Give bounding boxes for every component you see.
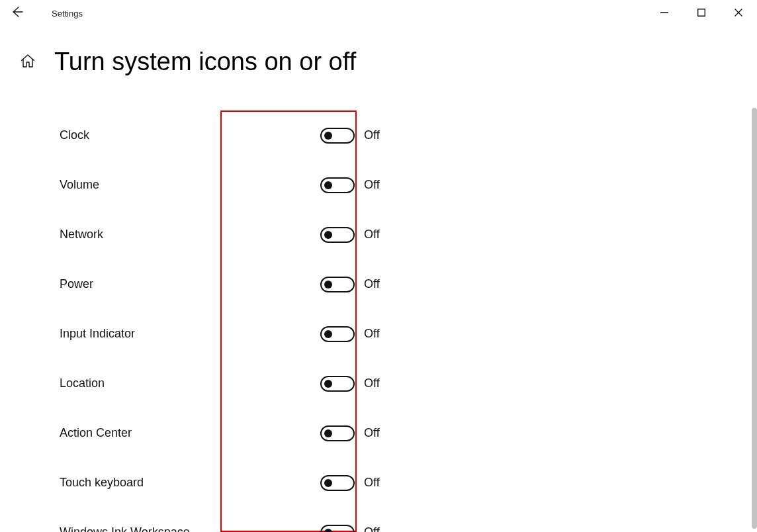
toggle-switch-power[interactable] [320, 277, 355, 292]
toggle-state: Off [364, 476, 380, 490]
toggle-switch-windows-ink-workspace[interactable] [320, 525, 355, 533]
toggle-label: Windows Ink Workspace [0, 525, 258, 532]
page-header: Turn system icons on or off [0, 26, 757, 76]
toggle-switch-input-indicator[interactable] [320, 326, 355, 342]
toggle-label: Action Center [0, 426, 258, 440]
toggle-switch-clock[interactable] [320, 128, 355, 144]
minimize-icon [660, 7, 668, 19]
page-heading: Turn system icons on or off [54, 48, 356, 76]
maximize-icon [697, 7, 705, 19]
toggle-label: Input Indicator [0, 327, 258, 341]
toggle-state: Off [364, 178, 380, 192]
toggle-switch-network[interactable] [320, 227, 355, 243]
toggle-row-touch-keyboard: Touch keyboard Off [0, 458, 757, 508]
window-controls [646, 0, 757, 26]
toggle-row-input-indicator: Input Indicator Off [0, 309, 757, 359]
back-button[interactable] [0, 0, 34, 26]
home-button[interactable] [19, 53, 37, 71]
toggle-switch-location[interactable] [320, 376, 355, 392]
toggle-label: Volume [0, 178, 258, 192]
toggle-label: Clock [0, 128, 258, 142]
toggle-state: Off [364, 327, 380, 341]
toggle-label: Location [0, 377, 258, 390]
toggle-label: Power [0, 277, 258, 291]
content: Clock Off Volume Off Network Off Power O… [0, 111, 757, 532]
arrow-left-icon [11, 6, 23, 21]
scrollbar-thumb[interactable] [752, 108, 757, 529]
toggle-label: Network [0, 228, 258, 242]
home-icon [20, 53, 36, 71]
toggle-switch-touch-keyboard[interactable] [320, 475, 355, 491]
toggle-row-windows-ink-workspace: Windows Ink Workspace Off [0, 508, 757, 532]
toggle-row-volume: Volume Off [0, 160, 757, 210]
toggle-switch-volume[interactable] [320, 177, 355, 193]
toggle-row-clock: Clock Off [0, 111, 757, 160]
titlebar: Settings [0, 0, 757, 26]
maximize-button[interactable] [683, 0, 720, 26]
toggle-label: Touch keyboard [0, 476, 258, 490]
toggle-state: Off [364, 128, 380, 142]
toggle-state: Off [364, 377, 380, 390]
toggle-state: Off [364, 426, 380, 440]
toggle-state: Off [364, 228, 380, 242]
toggle-state: Off [364, 277, 380, 291]
toggle-row-location: Location Off [0, 359, 757, 408]
svg-rect-0 [698, 9, 705, 17]
minimize-button[interactable] [646, 0, 683, 26]
toggle-switch-action-center[interactable] [320, 425, 355, 441]
close-button[interactable] [720, 0, 757, 26]
toggle-state: Off [364, 525, 380, 532]
close-icon [735, 7, 742, 19]
toggle-row-network: Network Off [0, 210, 757, 259]
toggle-row-power: Power Off [0, 259, 757, 309]
toggle-row-action-center: Action Center Off [0, 408, 757, 458]
app-title: Settings [34, 9, 83, 19]
